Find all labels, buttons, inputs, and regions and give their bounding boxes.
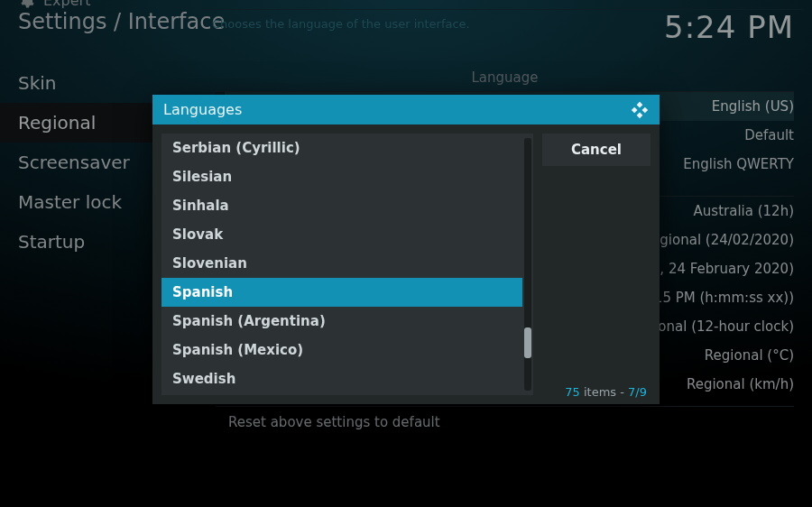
- cancel-button[interactable]: Cancel: [542, 134, 651, 166]
- language-option[interactable]: Spanish (Mexico): [161, 336, 522, 364]
- language-option[interactable]: Spanish: [161, 278, 522, 307]
- modal-overlay: Languages Serbian (Cyrillic)SilesianSinh…: [0, 0, 812, 507]
- scrollbar-thumb[interactable]: [524, 327, 531, 358]
- language-option[interactable]: Spanish (Argentina): [161, 307, 522, 336]
- language-option[interactable]: Silesian: [161, 162, 522, 191]
- language-option[interactable]: Slovenian: [161, 249, 522, 278]
- language-option[interactable]: Sinhala: [161, 191, 522, 220]
- list-scrollbar[interactable]: [524, 138, 531, 391]
- pager-page: 7/9: [628, 385, 647, 399]
- language-option[interactable]: Swedish: [161, 364, 522, 393]
- dialog-title: Languages: [163, 101, 242, 118]
- kodi-logo-icon: [631, 101, 649, 119]
- pager-total: 75: [565, 385, 580, 399]
- language-option[interactable]: Slovak: [161, 220, 522, 249]
- language-list: Serbian (Cyrillic)SilesianSinhalaSlovakS…: [161, 134, 533, 395]
- dialog-header: Languages: [152, 95, 660, 124]
- language-option[interactable]: Serbian (Cyrillic): [161, 134, 522, 162]
- languages-dialog: Languages Serbian (Cyrillic)SilesianSinh…: [152, 95, 660, 404]
- list-pager: 75 items - 7/9: [565, 385, 647, 399]
